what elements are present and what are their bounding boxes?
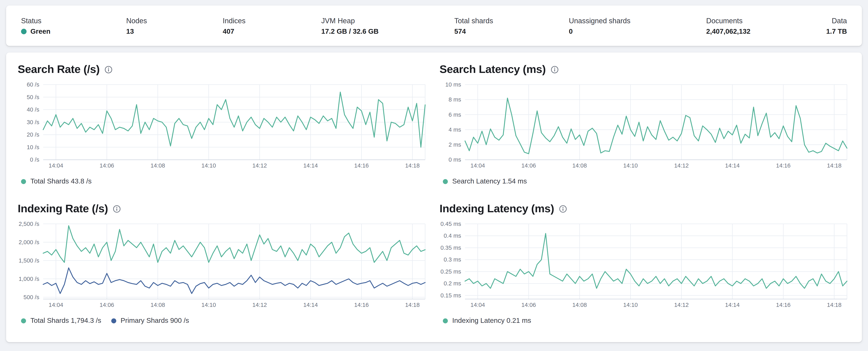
svg-text:0.25 ms: 0.25 ms bbox=[440, 268, 461, 275]
legend-dot bbox=[21, 318, 26, 323]
legend-label: Primary Shards 900 /s bbox=[121, 316, 189, 325]
stat-value: Green bbox=[21, 27, 51, 35]
svg-text:14:12: 14:12 bbox=[252, 302, 267, 308]
stat-value: 13 bbox=[126, 27, 147, 35]
legend-item[interactable]: Total Shards 1,794.3 /s bbox=[21, 316, 101, 325]
stat-data-size: Data 1.7 TB bbox=[826, 16, 847, 35]
svg-text:14:10: 14:10 bbox=[623, 302, 638, 308]
stat-label: Status bbox=[21, 16, 51, 25]
stat-label: Total shards bbox=[454, 16, 493, 25]
svg-text:14:06: 14:06 bbox=[100, 162, 114, 169]
svg-text:14:16: 14:16 bbox=[776, 302, 791, 308]
svg-text:14:14: 14:14 bbox=[303, 302, 318, 308]
legend-item[interactable]: Primary Shards 900 /s bbox=[111, 316, 189, 325]
svg-text:10 ms: 10 ms bbox=[445, 81, 461, 88]
info-icon[interactable] bbox=[551, 66, 558, 73]
monitoring-overview-page: Status Green Nodes 13 Indices 407 JVM He… bbox=[0, 0, 868, 351]
legend-label: Search Latency 1.54 ms bbox=[452, 176, 527, 186]
svg-text:14:10: 14:10 bbox=[623, 162, 638, 169]
svg-text:10 /s: 10 /s bbox=[27, 144, 39, 150]
svg-text:14:10: 14:10 bbox=[202, 162, 216, 169]
svg-text:500 /s: 500 /s bbox=[24, 294, 39, 300]
svg-text:2,500 /s: 2,500 /s bbox=[19, 220, 39, 227]
legend-label: Total Shards 43.8 /s bbox=[30, 176, 92, 186]
svg-text:0.15 ms: 0.15 ms bbox=[440, 292, 461, 299]
legend-dot bbox=[443, 179, 448, 184]
legend-dot bbox=[443, 318, 448, 323]
svg-text:14:16: 14:16 bbox=[776, 162, 791, 169]
chart-title-text: Search Latency (ms) bbox=[439, 63, 546, 76]
legend-label: Indexing Latency 0.21 ms bbox=[452, 316, 531, 325]
line-chart[interactable]: 500 /s1,000 /s1,500 /s2,000 /s2,500 /s14… bbox=[18, 219, 429, 311]
line-chart[interactable]: 0 ms2 ms4 ms6 ms8 ms10 ms14:0414:0614:08… bbox=[439, 80, 850, 172]
stat-label: Nodes bbox=[126, 16, 147, 25]
svg-text:8 ms: 8 ms bbox=[448, 96, 461, 103]
stat-value: 2,407,062,132 bbox=[706, 27, 750, 35]
svg-text:4 ms: 4 ms bbox=[448, 126, 461, 133]
chart-search-rate: Search Rate (/s) 0 /s10 /s20 /s30 /s40 /… bbox=[18, 63, 429, 186]
info-icon[interactable] bbox=[559, 205, 567, 213]
chart-title: Search Latency (ms) bbox=[439, 63, 850, 76]
info-icon[interactable] bbox=[104, 66, 112, 73]
legend-dot bbox=[21, 179, 26, 184]
cluster-stats-row: Status Green Nodes 13 Indices 407 JVM He… bbox=[6, 16, 862, 35]
legend-item[interactable]: Search Latency 1.54 ms bbox=[443, 176, 527, 186]
stat-unassigned-shards: Unassigned shards 0 bbox=[569, 16, 630, 35]
svg-text:0.35 ms: 0.35 ms bbox=[440, 244, 461, 251]
stat-value: 407 bbox=[223, 27, 246, 35]
svg-text:14:08: 14:08 bbox=[572, 302, 587, 308]
legend-dot bbox=[111, 318, 116, 323]
svg-text:50 /s: 50 /s bbox=[27, 94, 39, 100]
chart-legend: Total Shards 1,794.3 /sPrimary Shards 90… bbox=[18, 316, 429, 325]
svg-text:14:04: 14:04 bbox=[49, 162, 63, 169]
chart-title: Indexing Rate (/s) bbox=[18, 202, 429, 215]
svg-text:14:06: 14:06 bbox=[521, 162, 536, 169]
line-chart[interactable]: 0.15 ms0.2 ms0.25 ms0.3 ms0.35 ms0.4 ms0… bbox=[439, 219, 850, 311]
svg-text:0.3 ms: 0.3 ms bbox=[444, 256, 461, 263]
cluster-stats-bar: Status Green Nodes 13 Indices 407 JVM He… bbox=[6, 5, 862, 46]
svg-text:2,000 /s: 2,000 /s bbox=[19, 239, 39, 245]
stat-value: 0 bbox=[569, 27, 630, 35]
line-chart[interactable]: 0 /s10 /s20 /s30 /s40 /s50 /s60 /s14:041… bbox=[18, 80, 429, 172]
legend-item[interactable]: Total Shards 43.8 /s bbox=[21, 176, 92, 186]
chart-title-text: Indexing Rate (/s) bbox=[18, 202, 108, 215]
chart-title: Indexing Latency (ms) bbox=[439, 202, 850, 215]
stat-total-shards: Total shards 574 bbox=[454, 16, 493, 35]
svg-text:14:14: 14:14 bbox=[303, 162, 318, 169]
legend-label: Total Shards 1,794.3 /s bbox=[30, 316, 101, 325]
charts-grid: Search Rate (/s) 0 /s10 /s20 /s30 /s40 /… bbox=[6, 52, 862, 336]
stat-status: Status Green bbox=[21, 16, 51, 35]
chart-legend: Search Latency 1.54 ms bbox=[439, 176, 850, 186]
svg-text:1,000 /s: 1,000 /s bbox=[19, 276, 39, 282]
svg-text:14:04: 14:04 bbox=[470, 162, 485, 169]
stat-label: JVM Heap bbox=[321, 16, 379, 25]
chart-search-latency: Search Latency (ms) 0 ms2 ms4 ms6 ms8 ms… bbox=[439, 63, 850, 186]
legend-item[interactable]: Indexing Latency 0.21 ms bbox=[443, 316, 531, 325]
svg-text:14:16: 14:16 bbox=[354, 302, 369, 308]
svg-text:14:18: 14:18 bbox=[405, 302, 420, 308]
svg-text:14:04: 14:04 bbox=[470, 302, 485, 308]
info-icon[interactable] bbox=[113, 205, 121, 213]
svg-text:14:16: 14:16 bbox=[354, 162, 369, 169]
svg-text:20 /s: 20 /s bbox=[27, 131, 39, 138]
svg-text:14:08: 14:08 bbox=[151, 162, 165, 169]
svg-text:14:08: 14:08 bbox=[572, 162, 587, 169]
svg-text:14:10: 14:10 bbox=[202, 302, 216, 308]
stat-label: Data bbox=[832, 16, 847, 25]
svg-text:0.45 ms: 0.45 ms bbox=[440, 220, 461, 227]
stat-value: 1.7 TB bbox=[826, 27, 847, 35]
svg-text:14:12: 14:12 bbox=[674, 162, 689, 169]
svg-text:2 ms: 2 ms bbox=[448, 141, 461, 148]
stat-value: 574 bbox=[454, 27, 493, 35]
svg-text:60 /s: 60 /s bbox=[27, 81, 39, 88]
stat-documents: Documents 2,407,062,132 bbox=[706, 16, 750, 35]
chart-legend: Indexing Latency 0.21 ms bbox=[439, 316, 850, 325]
svg-text:14:18: 14:18 bbox=[827, 302, 842, 308]
svg-text:0 /s: 0 /s bbox=[30, 156, 39, 163]
chart-title-text: Search Rate (/s) bbox=[18, 63, 100, 76]
chart-title: Search Rate (/s) bbox=[18, 63, 429, 76]
svg-text:14:06: 14:06 bbox=[100, 302, 114, 308]
svg-text:6 ms: 6 ms bbox=[448, 111, 461, 118]
svg-text:14:06: 14:06 bbox=[521, 302, 536, 308]
stat-label: Indices bbox=[223, 16, 246, 25]
